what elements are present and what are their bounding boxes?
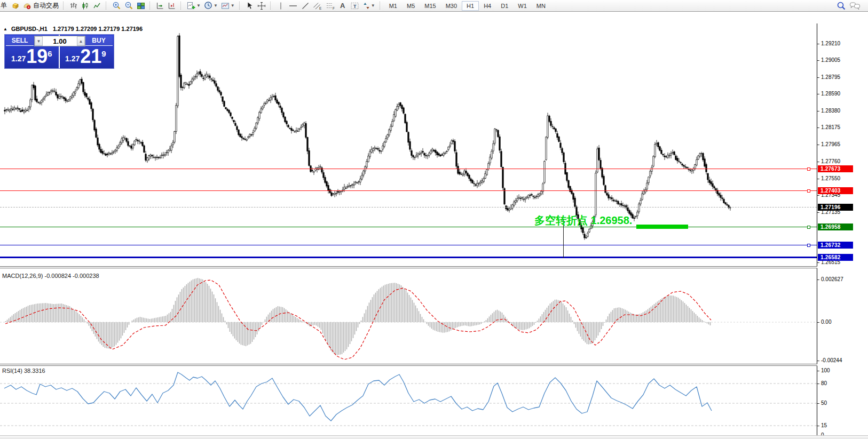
indicators-button[interactable]: ▼ <box>185 1 202 11</box>
volume-spinner: ▼ ▲ <box>34 36 85 46</box>
timeframe-m1[interactable]: M1 <box>384 1 402 11</box>
zoom-in-button[interactable] <box>111 1 123 11</box>
horizontal-level-line[interactable] <box>0 169 817 169</box>
line-handle[interactable] <box>807 189 810 193</box>
sell-button[interactable]: SELL <box>6 36 34 46</box>
timeframe-w1[interactable]: W1 <box>513 1 532 11</box>
dropdown-caret-icon: ▼ <box>231 3 235 8</box>
rsi-label: RSI(14) 38.3316 <box>2 368 45 374</box>
main-panel[interactable] <box>0 12 817 266</box>
line-chart-button[interactable] <box>91 1 103 11</box>
chat-button[interactable] <box>848 1 863 11</box>
rsi-panel[interactable] <box>0 366 817 436</box>
rsi-series[interactable] <box>0 366 817 436</box>
axis-tick <box>817 212 819 213</box>
arrows-button[interactable]: ▼ <box>361 1 377 11</box>
vertical-line-button[interactable] <box>275 1 287 11</box>
axis-tick <box>817 280 819 280</box>
cursor-button[interactable] <box>244 1 256 11</box>
line-handle[interactable] <box>807 167 810 171</box>
sell-price: 1.27 19 6 <box>11 49 52 65</box>
timeframe-h4[interactable]: H4 <box>479 1 496 11</box>
timeframe-group: M1M5M15M30H1H4D1W1MN <box>384 1 550 11</box>
line-handle[interactable] <box>807 244 810 247</box>
axis-tick <box>817 426 819 426</box>
price-badge: 1.27673 <box>818 165 853 172</box>
axis-tick <box>817 145 819 145</box>
horizontal-level-line[interactable] <box>0 257 817 258</box>
price-badge: 1.26582 <box>818 254 853 261</box>
candlestick-chart-button[interactable] <box>80 1 91 11</box>
zoom-in-icon <box>112 1 121 10</box>
text-label-button[interactable]: T <box>349 1 361 11</box>
zoom-out-icon <box>124 1 133 10</box>
periods-button[interactable]: ▼ <box>202 1 219 11</box>
axis-tick-label: 0.002627 <box>821 276 843 282</box>
volume-input[interactable] <box>43 37 77 45</box>
new-order-button[interactable]: 单 <box>0 1 10 11</box>
axis-tick-label: 1.28175 <box>821 124 840 130</box>
horizontal-level-line[interactable] <box>0 227 817 227</box>
timeframe-m15[interactable]: M15 <box>420 1 440 11</box>
axis-tick <box>817 77 819 78</box>
timeframe-m30[interactable]: M30 <box>441 1 462 11</box>
macd-panel[interactable] <box>0 268 817 364</box>
candlestick-series[interactable] <box>0 23 817 266</box>
axis-tick <box>817 94 819 94</box>
equidistant-channel-icon: E <box>313 2 322 10</box>
price-badge: 1.27403 <box>818 187 853 194</box>
timeframe-d1[interactable]: D1 <box>496 1 513 11</box>
search-button[interactable] <box>835 1 848 11</box>
candlestick-chart-icon <box>81 2 90 10</box>
axis-tick <box>817 44 819 44</box>
auto-scroll-button[interactable] <box>154 1 166 11</box>
text-button[interactable]: A <box>337 1 349 11</box>
bar-chart-button[interactable] <box>68 1 80 11</box>
buy-button[interactable]: BUY <box>85 36 113 46</box>
fibonacci-button[interactable]: F <box>324 1 337 11</box>
axis-tick <box>817 162 819 162</box>
horizontal-line-button[interactable] <box>287 1 299 11</box>
cursor-icon <box>246 2 254 10</box>
axis-tick <box>817 403 819 404</box>
axis-tick-label: 1.28795 <box>821 74 840 80</box>
line-chart-icon <box>93 2 101 10</box>
price-axis: 1.292101.290051.287951.285901.283801.281… <box>817 12 868 436</box>
price-badge: 1.26732 <box>818 242 853 249</box>
trendline-button[interactable] <box>299 1 311 11</box>
equidistant-channel-button[interactable]: E <box>311 1 324 11</box>
volume-increase-button[interactable]: ▲ <box>77 36 85 46</box>
timeframe-mn[interactable]: MN <box>532 1 550 11</box>
panel-divider[interactable] <box>0 364 868 366</box>
horizontal-level-line[interactable] <box>0 207 817 207</box>
sell-price-main: 1.27 <box>11 54 26 63</box>
axis-tick <box>817 371 819 371</box>
chart-shift-button[interactable] <box>166 1 178 11</box>
timeframe-h1[interactable]: H1 <box>462 1 479 11</box>
arrows-icon <box>362 2 370 10</box>
timeframe-m5[interactable]: M5 <box>402 1 420 11</box>
axis-tick-label: 50 <box>821 400 827 406</box>
horizontal-level-line[interactable] <box>0 190 817 191</box>
toolbar-separator <box>106 2 108 10</box>
green-trend-segment[interactable] <box>636 225 688 229</box>
svg-text:E: E <box>319 6 322 10</box>
crosshair-button[interactable] <box>256 1 267 11</box>
toolbar-separator <box>380 2 382 10</box>
macd-series[interactable] <box>0 268 817 364</box>
volume-decrease-button[interactable]: ▼ <box>35 36 43 46</box>
templates-button[interactable]: ▼ <box>219 1 236 11</box>
panel-divider[interactable] <box>0 266 868 268</box>
auto-trading-button[interactable]: 自动交易 <box>21 1 60 11</box>
fibonacci-icon: F <box>326 2 335 10</box>
trade-levels-button[interactable] <box>10 1 21 11</box>
text-label-icon: T <box>350 2 359 10</box>
horizontal-level-line[interactable] <box>0 245 817 245</box>
zoom-out-button[interactable] <box>123 1 135 11</box>
tile-windows-button[interactable] <box>135 1 147 11</box>
svg-text:F: F <box>333 6 335 10</box>
line-handle[interactable] <box>807 226 810 229</box>
sell-price-pip: 6 <box>48 49 52 58</box>
axis-tick <box>817 60 819 61</box>
buy-price-main: 1.27 <box>65 54 80 63</box>
